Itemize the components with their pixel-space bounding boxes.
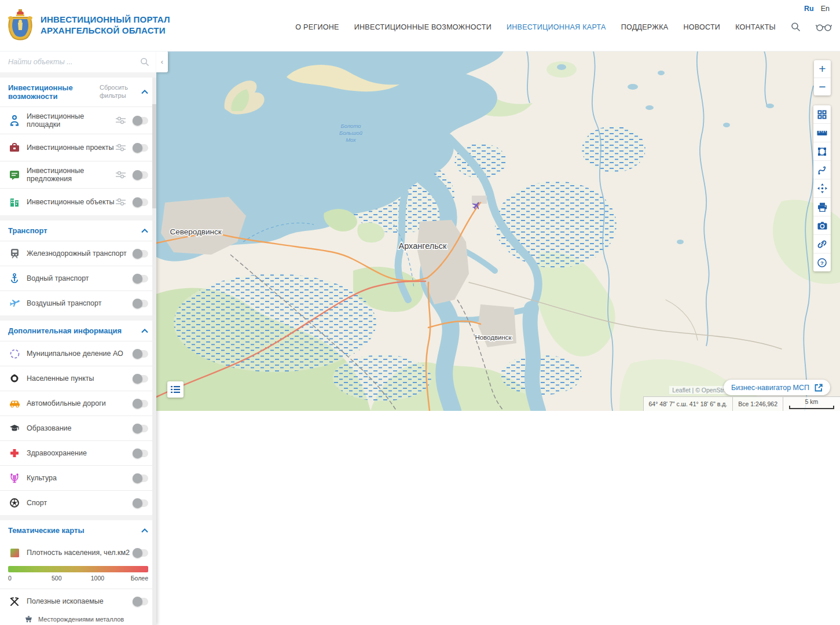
route-button[interactable] xyxy=(813,160,831,179)
chevron-up-icon[interactable] xyxy=(141,90,148,94)
screenshot-camera-button[interactable] xyxy=(813,216,831,234)
section-title: Дополнительная информация xyxy=(8,326,141,335)
layer-row-invest-projects: Инвестиционные проекты xyxy=(0,134,156,161)
print-button[interactable] xyxy=(813,197,831,216)
density-gradient-icon xyxy=(8,548,21,558)
section-title: Транспорт xyxy=(8,226,141,235)
layer-row-rail-transport: Железнодорожный транспорт xyxy=(0,241,156,266)
layer-label: Инвестиционные объекты xyxy=(27,198,116,206)
lyre-icon xyxy=(8,473,21,483)
invest-projects-icon xyxy=(8,143,21,153)
layer-label: Воздушный транспорт xyxy=(27,299,133,307)
layer-toggle[interactable] xyxy=(133,425,148,432)
layer-row-population-density: Плотность населения, чел.км2 xyxy=(0,541,156,565)
layer-label: Плотность населения, чел.км2 xyxy=(27,549,133,557)
settlement-dot-icon xyxy=(8,374,21,383)
scale-bar-line xyxy=(789,406,834,409)
layer-toggle[interactable] xyxy=(133,598,148,605)
layer-row-invest-sites: Инвестиционные площадки xyxy=(0,106,156,134)
layer-row-education: Образование xyxy=(0,416,156,440)
select-area-button[interactable] xyxy=(813,142,831,160)
sidebar-collapse-button[interactable]: ‹ xyxy=(156,51,168,72)
help-button[interactable]: ? xyxy=(813,253,831,271)
search-objects-input[interactable] xyxy=(7,57,140,67)
zoom-out-button[interactable]: − xyxy=(814,78,831,95)
map-scale-ratio: Все 1:246,962 xyxy=(732,396,783,411)
nav-invest-opportunities[interactable]: ИНВЕСТИЦИОННЫЕ ВОЗМОЖНОСТИ xyxy=(354,23,491,31)
map-canvas[interactable]: Северодвинск Архангельск Новодвинск Боло… xyxy=(156,51,840,411)
lang-en[interactable]: En xyxy=(821,5,830,13)
scale-bar: 5 km xyxy=(783,396,840,411)
nav-support[interactable]: ПОДДЕРЖКА xyxy=(621,23,669,31)
layer-toggle[interactable] xyxy=(133,350,148,358)
business-navigator-button[interactable]: Бизнес-навигатор МСП xyxy=(724,380,830,395)
chevron-up-icon[interactable] xyxy=(141,229,148,233)
layer-label: Инвестиционные площадки xyxy=(27,112,116,128)
density-gradient-bar xyxy=(8,566,148,572)
layer-toggle[interactable] xyxy=(133,475,148,482)
scale-distance-label: 5 km xyxy=(805,398,819,405)
filter-icon[interactable] xyxy=(116,116,126,124)
section-title: Тематические карты xyxy=(8,526,141,535)
legend-tick: Более xyxy=(131,575,148,582)
layer-toggle[interactable] xyxy=(133,171,148,179)
layer-toggle[interactable] xyxy=(133,117,148,124)
measure-ruler-button[interactable] xyxy=(813,123,831,142)
pan-move-button[interactable] xyxy=(813,179,831,197)
sublayer-metal-deposits[interactable]: Месторождениями металлов xyxy=(0,613,156,625)
layer-row-sport: Спорт xyxy=(0,490,156,515)
nav-region[interactable]: О РЕГИОНЕ xyxy=(295,23,339,31)
layer-toggle[interactable] xyxy=(133,499,148,507)
layer-label: Инвестиционные проекты xyxy=(27,144,116,152)
invest-sites-icon xyxy=(8,115,21,126)
layer-row-invest-offers: Инвестиционные предложения xyxy=(0,161,156,188)
nav-contacts[interactable]: КОНТАКТЫ xyxy=(735,23,776,31)
layer-label: Образование xyxy=(27,424,133,432)
wetland-label-line2: Большой xyxy=(339,130,363,136)
graduation-cap-icon xyxy=(8,424,21,432)
layer-toggle[interactable] xyxy=(133,549,148,557)
external-link-icon xyxy=(815,384,823,392)
layer-row-invest-objects: Инвестиционные объекты xyxy=(0,188,156,215)
layer-toggle[interactable] xyxy=(133,198,148,206)
anchor-icon xyxy=(8,273,21,284)
legend-list-button[interactable] xyxy=(167,381,184,398)
filter-icon[interactable] xyxy=(116,198,126,206)
lang-ru[interactable]: Ru xyxy=(804,5,814,13)
nav-news[interactable]: НОВОСТИ xyxy=(683,23,720,31)
share-link-button[interactable] xyxy=(813,234,831,253)
dashed-boundary-icon xyxy=(8,349,21,359)
filter-icon[interactable] xyxy=(116,144,126,152)
svg-text:?: ? xyxy=(820,259,824,266)
soccer-ball-icon xyxy=(8,498,21,508)
search-icon[interactable] xyxy=(791,22,801,32)
wetland-label-line1: Болото xyxy=(341,123,361,129)
brand[interactable]: ИНВЕСТИЦИОННЫЙ ПОРТАЛ АРХАНГЕЛЬСКОЙ ОБЛА… xyxy=(7,8,170,42)
layer-label: Спорт xyxy=(27,499,133,507)
layer-toggle[interactable] xyxy=(133,275,148,282)
reset-filters-button[interactable]: Сбросить фильтры xyxy=(100,84,133,100)
section-title: Инвестиционные возможности xyxy=(8,83,100,101)
sidebar-search-icon[interactable] xyxy=(140,57,149,67)
layer-label: Железнодорожный транспорт xyxy=(27,249,133,258)
mine-cart-icon xyxy=(23,616,34,623)
filter-icon[interactable] xyxy=(116,171,126,179)
basemap-layers-button[interactable] xyxy=(813,105,831,123)
layer-toggle[interactable] xyxy=(133,400,148,407)
layer-row-municipal-division: Муниципальное деление АО xyxy=(0,341,156,366)
layer-toggle[interactable] xyxy=(133,144,148,152)
medical-cross-icon xyxy=(8,448,21,458)
layer-toggle[interactable] xyxy=(133,450,148,457)
invest-objects-icon xyxy=(8,197,21,207)
coat-of-arms-logo xyxy=(7,8,34,42)
chevron-up-icon[interactable] xyxy=(141,329,148,333)
layer-toggle[interactable] xyxy=(133,250,148,258)
sidebar-scrollbar[interactable] xyxy=(152,78,156,625)
layer-row-roads: Автомобильные дороги xyxy=(0,391,156,416)
layer-toggle[interactable] xyxy=(133,375,148,383)
nav-invest-map[interactable]: ИНВЕСТИЦИОННАЯ КАРТА xyxy=(507,23,606,31)
chevron-up-icon[interactable] xyxy=(141,528,148,533)
accessibility-glasses-icon[interactable] xyxy=(816,23,832,31)
layer-toggle[interactable] xyxy=(133,300,148,307)
zoom-in-button[interactable]: + xyxy=(814,60,831,78)
